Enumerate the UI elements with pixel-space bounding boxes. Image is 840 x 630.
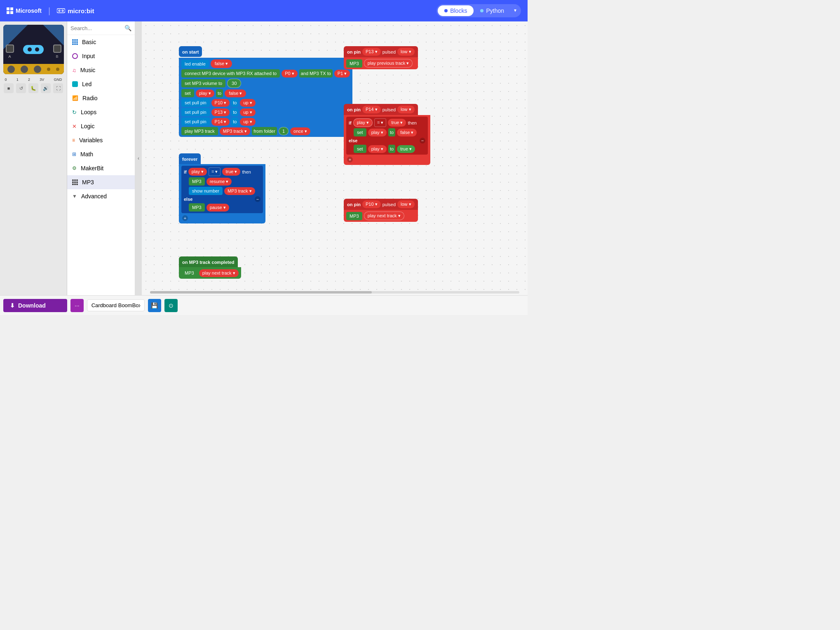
- true-pill2[interactable]: true ▾: [388, 119, 406, 127]
- volume-value[interactable]: 30: [227, 79, 241, 88]
- play-next-pill[interactable]: play next track ▾: [199, 269, 239, 277]
- p10-pill[interactable]: P10 ▾: [211, 99, 230, 107]
- project-name-input[interactable]: [87, 299, 145, 311]
- true-pill[interactable]: true ▾: [222, 168, 240, 176]
- sim-button-b[interactable]: [53, 45, 61, 53]
- blocks-dot: [444, 9, 448, 12]
- set-play-block[interactable]: set: [181, 89, 194, 97]
- p13-pill[interactable]: P13 ▾: [211, 108, 230, 116]
- led-false-pill[interactable]: false ▾: [211, 59, 232, 68]
- show-number-block[interactable]: show number: [189, 187, 223, 195]
- then-label: then: [242, 169, 251, 174]
- search-input[interactable]: [70, 25, 124, 31]
- pull-p10-block[interactable]: set pull pin: [181, 99, 210, 107]
- set-volume-block[interactable]: set MP3 volume to: [181, 79, 225, 87]
- sidebar-item-advanced[interactable]: ▼ Advanced: [67, 189, 135, 203]
- p14-plus-btn[interactable]: +: [347, 157, 353, 162]
- forever-plus-btn[interactable]: +: [182, 215, 188, 221]
- download-button[interactable]: ⬇ Download: [3, 299, 67, 312]
- debug-button[interactable]: 🐛: [28, 83, 38, 93]
- once-pill[interactable]: once ▾: [290, 127, 310, 135]
- more-options-button[interactable]: ···: [70, 299, 84, 312]
- led-enable-block[interactable]: led enable: [181, 60, 209, 68]
- pause-pill[interactable]: pause ▾: [206, 204, 229, 212]
- p10-pin-pill[interactable]: P10 ▾: [362, 200, 381, 208]
- restart-button[interactable]: ↺: [16, 83, 26, 93]
- p0-pill[interactable]: P0 ▾: [282, 70, 298, 78]
- prev-track-pill[interactable]: play previous track ▾: [364, 59, 413, 68]
- up-pill2[interactable]: up ▾: [240, 108, 255, 116]
- false-pill3[interactable]: false ▾: [397, 129, 417, 136]
- mp3-play-next-block[interactable]: MP3: [181, 269, 197, 277]
- up-pill1[interactable]: up ▾: [240, 99, 255, 107]
- sidebar-item-variables[interactable]: ≡ Variables: [67, 133, 135, 147]
- to-label5: to: [388, 128, 395, 136]
- sidebar-item-input[interactable]: Input: [67, 49, 135, 63]
- mp3-track-pill[interactable]: MP3 track ▾: [220, 127, 251, 135]
- pull-p14-block[interactable]: set pull pin: [181, 118, 210, 126]
- sim-label-b: B: [56, 54, 58, 59]
- sound-button[interactable]: 🔊: [41, 83, 51, 93]
- set-play2-block[interactable]: set: [354, 128, 366, 136]
- sidebar-item-logic[interactable]: ✕ Logic: [67, 119, 135, 133]
- eq-pill2[interactable]: = ▾: [374, 118, 386, 127]
- play-mp3-block[interactable]: play MP3 track: [181, 127, 218, 135]
- sidebar-label-input: Input: [82, 53, 95, 59]
- fullscreen-button[interactable]: ⛶: [53, 83, 63, 93]
- up-pill3[interactable]: up ▾: [240, 118, 255, 126]
- sim-button-a[interactable]: [6, 45, 14, 53]
- sidebar-item-makerbit[interactable]: ⚙ MakerBit: [67, 161, 135, 175]
- set-play3-block[interactable]: set: [354, 145, 366, 153]
- workspace[interactable]: on start led enable false ▾ connect MP3 …: [142, 21, 528, 295]
- else-minus-btn[interactable]: −: [255, 196, 260, 202]
- low-pill1[interactable]: low ▾: [397, 48, 415, 56]
- mp3-pause-block[interactable]: MP3: [189, 203, 205, 212]
- p1-pill[interactable]: P1 ▾: [334, 70, 350, 78]
- label-3v: 3V: [40, 78, 44, 82]
- tab-chevron[interactable]: ▾: [511, 5, 520, 16]
- tab-blocks[interactable]: Blocks: [438, 5, 474, 16]
- low-pill2[interactable]: low ▾: [397, 106, 415, 113]
- p14-pill[interactable]: P14 ▾: [211, 118, 230, 126]
- connect-mp3-block[interactable]: connect MP3 device with MP3 RX attached …: [181, 69, 280, 78]
- save-icon: 💾: [151, 302, 158, 309]
- sidebar-item-music[interactable]: ♫ Music: [67, 63, 135, 77]
- false-pill2[interactable]: false ▾: [225, 89, 246, 97]
- sidebar-item-math[interactable]: ⊞ Math: [67, 147, 135, 161]
- resume-pill[interactable]: resume ▾: [206, 178, 232, 186]
- play-var-pill2[interactable]: play ▾: [353, 118, 373, 127]
- sidebar-item-loops[interactable]: ↻ Loops: [67, 105, 135, 119]
- save-button[interactable]: 💾: [148, 299, 161, 312]
- footer: ⬇ Download ··· 💾 ⊙: [0, 295, 528, 315]
- equals-pill[interactable]: = ▾: [209, 167, 221, 176]
- sidebar-item-basic[interactable]: Basic: [67, 35, 135, 49]
- else-minus-btn2[interactable]: −: [420, 138, 425, 143]
- low-pill3[interactable]: low ▾: [397, 200, 415, 208]
- folder-num[interactable]: 1: [279, 127, 289, 135]
- mp3-track-pill2[interactable]: MP3 track ▾: [224, 187, 255, 195]
- stop-button[interactable]: ■: [4, 83, 14, 93]
- sidebar-item-mp3[interactable]: MP3: [67, 175, 135, 189]
- svg-point-8: [62, 10, 63, 11]
- next-track-pill[interactable]: play next track ▾: [364, 212, 404, 220]
- pull-p10-row: set pull pin P10 ▾ to up ▾: [181, 99, 350, 107]
- p13-pin-pill[interactable]: P13 ▾: [362, 48, 381, 56]
- true-pill3[interactable]: true ▾: [397, 145, 415, 153]
- play-var-pill[interactable]: play ▾: [196, 89, 214, 97]
- pull-p13-block[interactable]: set pull pin: [181, 108, 210, 116]
- play-cond-pill[interactable]: play ▾: [188, 168, 207, 176]
- tab-python[interactable]: Python: [474, 5, 511, 16]
- play-var-pill3[interactable]: play ▾: [368, 129, 387, 136]
- p14-pin-pill[interactable]: P14 ▾: [362, 106, 381, 113]
- sidebar-collapse-btn[interactable]: ‹: [135, 21, 142, 295]
- github-button[interactable]: ⊙: [164, 299, 178, 312]
- mp3-resume-block[interactable]: MP3: [189, 177, 205, 186]
- mp3-next-block[interactable]: MP3: [346, 212, 362, 220]
- sidebar-item-led[interactable]: Led: [67, 77, 135, 91]
- sidebar-item-radio[interactable]: 📶 Radio: [67, 91, 135, 105]
- mp3-prev-block[interactable]: MP3: [346, 59, 362, 68]
- download-label: Download: [18, 302, 46, 309]
- forever-group: forever if play ▾ = ▾ true ▾ then MP3 re: [179, 153, 265, 223]
- horizontal-scrollbar[interactable]: [150, 291, 519, 294]
- play-var-pill4[interactable]: play ▾: [368, 145, 387, 153]
